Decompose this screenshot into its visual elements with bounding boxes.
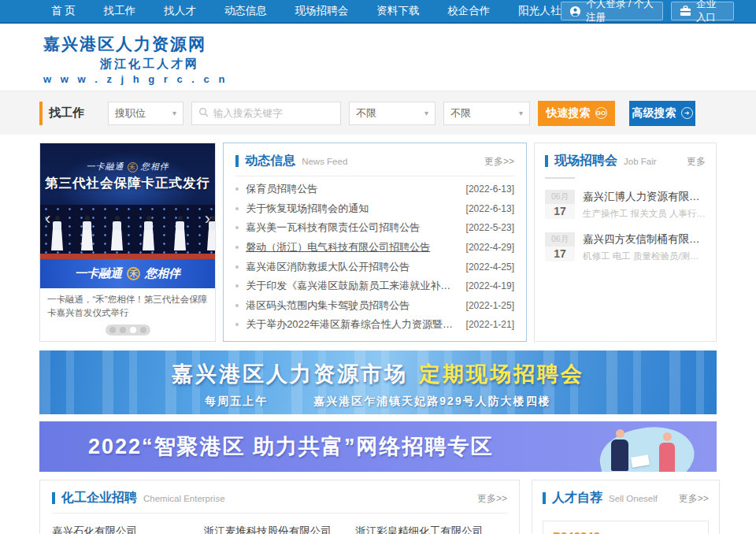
news-link[interactable]: 嘉兴美一瓦科技有限责任公司招聘公告: [246, 221, 458, 235]
chemical-more-link[interactable]: 更多>>: [477, 492, 507, 506]
nav-item-downloads[interactable]: 资料下载: [376, 4, 419, 18]
magnifier-icon: [198, 106, 209, 121]
news-link[interactable]: 嘉兴港区消防救援大队公开招聘公告: [246, 260, 458, 274]
site-logo-url: w w w . z j h g r c . c n: [43, 73, 756, 85]
site-logo-title: 嘉兴港区人力资源网: [43, 33, 756, 55]
figure: [174, 216, 186, 250]
position-type-select[interactable]: 搜职位 ▾: [108, 102, 183, 125]
nav-actions: 个人登录 / 个人注册 企业入口: [561, 2, 734, 20]
job-fair-positions: 生产操作工 报关文员 人事行政助理...: [583, 208, 706, 220]
carousel-dot-active[interactable]: [130, 327, 136, 333]
news-row: 关于印发《嘉兴港区鼓励新员工来港就业补助操作... [2022-4-19]: [235, 276, 514, 296]
chemical-company-card: 嘉兴石化有限公司 工艺员 设备管理 警卫（残疾工）: [52, 525, 204, 534]
divider: [545, 177, 575, 179]
briefcase-icon: [680, 6, 691, 17]
page: 首 页 找工作 找人才 动态信息 现场招聘会 资料下载 校企合作 阳光人社 个人…: [0, 0, 756, 534]
news-row: 嘉兴美一瓦科技有限责任公司招聘公告 [2022-5-23]: [235, 218, 514, 238]
nav-item-find-talent[interactable]: 找人才: [164, 4, 196, 18]
news-link[interactable]: 港区码头范围内集卡驾驶员招聘公告: [246, 299, 458, 313]
advanced-search-button[interactable]: 高级搜索 ➜: [629, 101, 695, 126]
job-fair-panel: 现场招聘会 Job Fair 更多 06月 17 嘉兴汇博人力资源有限公司 生产…: [534, 143, 717, 342]
search-label-text: 找工作: [49, 106, 84, 121]
news-date: [2022-4-25]: [466, 261, 514, 273]
news-date: [2022-4-29]: [466, 242, 514, 253]
slide-title: 第三代社会保障卡正式发行: [40, 175, 215, 192]
news-list: 保育员招聘公告 [2022-6-13] 关于恢复现场招聘会的通知 [2022-6…: [235, 180, 514, 335]
grain-seal-icon: 禾: [127, 267, 140, 280]
talent-panel: 人才自荐 Sell Oneself 更多>> P243243 男 ｜ 嘉兴市→嘉…: [532, 480, 720, 534]
news-link[interactable]: 关于印发《嘉兴港区鼓励新员工来港就业补助操作...: [246, 279, 458, 293]
job-fair-entry: 06月 17 嘉兴四方友信制桶有限公司 机修工 电工 质量检验员/测试员 叉车.…: [545, 232, 706, 262]
carousel-prev-arrow[interactable]: ‹: [45, 211, 50, 227]
top-navigation: 首 页 找工作 找人才 动态信息 现场招聘会 资料下载 校企合作 阳光人社 个人…: [0, 0, 756, 24]
news-link[interactable]: 关于恢复现场招聘会的通知: [246, 202, 458, 216]
chevron-down-icon: ▾: [172, 109, 176, 117]
job-fair-title: 现场招聘会: [554, 153, 617, 169]
company-name-link[interactable]: 浙江彩皇精细化工有限公司: [355, 525, 507, 534]
online-recruiting-banner[interactable]: 2022“智聚港区 助力共富”网络招聘专区: [39, 421, 717, 472]
nav-item-home[interactable]: 首 页: [51, 4, 76, 18]
keyword-search-input[interactable]: [213, 108, 334, 119]
slide-slogan: 一卡融通 禾 您相伴: [40, 161, 215, 172]
news-row: 关于恢复现场招聘会的通知 [2022-6-13]: [235, 199, 514, 219]
job-fair-company-link[interactable]: 嘉兴四方友信制桶有限公司: [583, 232, 706, 247]
nav-item-school-coop[interactable]: 校企合作: [447, 4, 490, 18]
filter1-select[interactable]: 不限 ▾: [349, 102, 435, 125]
carousel-caption[interactable]: 一卡融通，“禾”您相伴！第三代社会保障卡嘉兴首发仪式举行: [40, 288, 215, 321]
bullet-icon: [235, 284, 239, 287]
section-accent-bar: [545, 155, 548, 167]
nav-item-sunshine-hr[interactable]: 阳光人社: [518, 4, 561, 18]
illustration-person-suit: [608, 429, 632, 472]
news-link[interactable]: 关于举办2022年港区新春综合性人力资源暨春风...: [246, 317, 458, 332]
carousel-slide[interactable]: 一卡融通 禾 您相伴 第三代社会保障卡正式发行 一卡融通 禾: [40, 143, 215, 288]
company-name-link[interactable]: 嘉兴石化有限公司: [52, 525, 204, 534]
carousel-dot[interactable]: [109, 327, 116, 333]
job-fair-banner[interactable]: 嘉兴港区人力资源市场定期现场招聘会 每周五上午嘉兴港区乍浦镇天妃路929号人防大…: [39, 350, 717, 414]
news-more-link[interactable]: 更多>>: [484, 155, 514, 169]
nav-item-find-job[interactable]: 找工作: [104, 4, 136, 18]
news-date: [2022-1-25]: [466, 300, 514, 311]
figure: [51, 216, 63, 250]
talent-id-link[interactable]: P243243: [553, 529, 699, 534]
talent-more-link[interactable]: 更多>>: [679, 492, 709, 506]
banner2-title: 2022“智聚港区 助力共富”网络招聘专区: [88, 432, 494, 461]
chemical-company-card: 浙江彩皇精细化工有限公司 普工（制造科） 营业担当: [355, 525, 507, 534]
news-date: [2022-5-23]: [466, 222, 514, 233]
banner1-title-white: 嘉兴港区人力资源市场: [172, 362, 408, 386]
news-link-hovered[interactable]: 磐动（浙江）电气科技有限公司招聘公告: [246, 240, 458, 254]
enterprise-entry-button[interactable]: 企业入口: [671, 2, 734, 20]
advanced-search-label: 高级搜索: [632, 106, 676, 121]
quick-search-button[interactable]: 快速搜索 GO: [538, 101, 615, 126]
bullet-icon: [235, 207, 239, 210]
enterprise-entry-label: 企业入口: [696, 0, 725, 24]
stage-red-strip: [40, 254, 215, 259]
job-fair-subtitle: Job Fair: [624, 157, 687, 166]
news-date: [2022-6-13]: [466, 203, 514, 214]
company-name-link[interactable]: 浙江麦堆科技股份有限公司: [204, 525, 356, 534]
job-fair-positions: 机修工 电工 质量检验员/测试员 叉车...: [583, 250, 706, 262]
site-header: 嘉兴港区人力资源网 浙江化工人才网 w w w . z j h g r c . …: [0, 24, 756, 91]
bullet-icon: [235, 304, 239, 307]
search-band: 找工作 搜职位 ▾ 不限 ▾ 不限 ▾: [0, 91, 756, 135]
filter2-select[interactable]: 不限 ▾: [443, 102, 530, 125]
nav-item-job-fair[interactable]: 现场招聘会: [295, 4, 349, 18]
section-accent-bar: [543, 492, 546, 504]
nav-links: 首 页 找工作 找人才 动态信息 现场招聘会 资料下载 校企合作 阳光人社: [51, 4, 561, 18]
personal-login-button[interactable]: 个人登录 / 个人注册: [561, 2, 663, 20]
person-circle-icon: [569, 6, 581, 17]
nav-item-news[interactable]: 动态信息: [224, 4, 267, 18]
filter1-value: 不限: [356, 106, 376, 121]
chemical-title: 化工企业招聘: [61, 490, 137, 506]
carousel-dot[interactable]: [140, 327, 146, 333]
bullet-icon: [235, 323, 239, 326]
job-fair-more-link[interactable]: 更多: [687, 155, 706, 169]
talent-subtitle: Sell Oneself: [609, 494, 679, 503]
carousel-next-arrow[interactable]: ›: [205, 211, 210, 227]
news-feed-title: 动态信息: [245, 153, 295, 169]
figure: [143, 216, 154, 250]
carousel-dot[interactable]: [120, 327, 126, 333]
talent-card[interactable]: P243243 男 ｜ 嘉兴市→嘉兴港区 ｜ 八年以上: [543, 521, 709, 534]
news-link[interactable]: 保育员招聘公告: [246, 182, 458, 196]
date-day: 17: [545, 247, 575, 261]
job-fair-company-link[interactable]: 嘉兴汇博人力资源有限公司: [583, 190, 706, 204]
